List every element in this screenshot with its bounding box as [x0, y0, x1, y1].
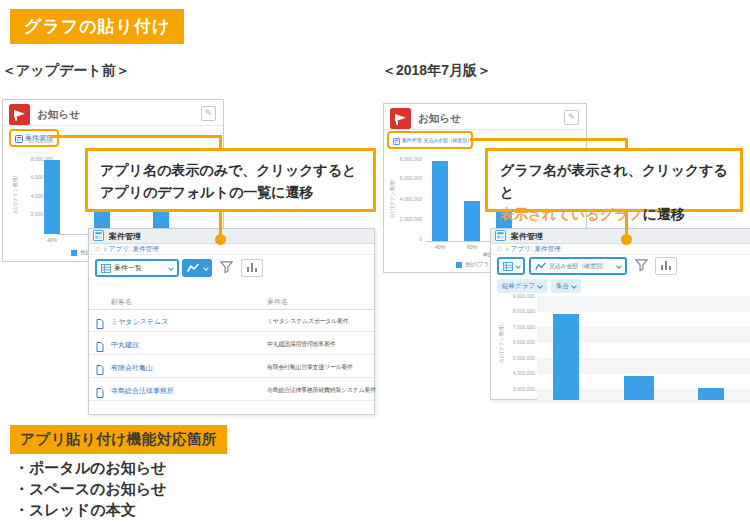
view-selector[interactable]: 案件一覧 [95, 259, 179, 277]
x-tick: 40% [428, 244, 452, 250]
customer-link[interactable]: ミヤタシステムズ [111, 317, 168, 327]
chevron-down-icon [571, 283, 577, 289]
home-icon[interactable]: ⌂ [497, 245, 502, 253]
y-tick: 3,000,000 [501, 386, 535, 392]
column-header-customer: 顧客名 [111, 297, 132, 307]
announcement-icon [390, 108, 411, 133]
y-tick: 0 [388, 236, 422, 242]
x-tick: 40% [40, 237, 64, 243]
record-icon[interactable] [96, 315, 104, 333]
y-tick: 4,000,000 [388, 196, 422, 202]
y-tick: 4,000,000 [501, 370, 535, 376]
case-name: 有限会社亀山営業支援ツール案件 [267, 363, 353, 372]
app-link-highlight: 案件管理 [9, 129, 59, 147]
callout-line1: アプリ名の表示のみで、クリックすると [100, 159, 361, 181]
x-tick: 60% [460, 244, 484, 250]
edit-icon[interactable]: ✎ [201, 106, 216, 121]
mini-app-icon [393, 131, 400, 149]
app-icon [495, 227, 506, 245]
filter-button[interactable] [220, 261, 233, 274]
grid-band [537, 296, 750, 312]
y-axis-label: 合計(プラン費用) [12, 176, 18, 215]
announcement-icon [9, 104, 30, 129]
connector-line [50, 135, 221, 138]
graph-link[interactable]: 案件管理: 見込み金額（確度別） [402, 137, 472, 143]
chevron-down-icon [515, 263, 521, 269]
footer-badge: アプリ貼り付け機能対応箇所 [10, 425, 227, 454]
callout-line2: アプリのデフォルトの一覧に遷移 [100, 181, 361, 203]
chart-button[interactable] [241, 259, 263, 277]
connector-dot [621, 234, 632, 245]
customer-link[interactable]: 有限会社亀山 [111, 363, 153, 373]
graph-menu-button[interactable] [182, 259, 212, 277]
footer-list-item: ・スレッドの本文 [14, 499, 166, 520]
filter-button[interactable] [635, 259, 648, 272]
record-icon[interactable] [96, 338, 104, 356]
customer-link[interactable]: 中丸建設 [111, 340, 139, 350]
breadcrumb-separator-icon [504, 247, 508, 251]
legend-swatch [71, 250, 77, 256]
footer-list-item: ・ポータルのお知らせ [14, 457, 166, 478]
home-icon[interactable]: ⌂ [95, 245, 100, 253]
chart-bar [698, 388, 724, 400]
callout-line2: 表示されているグラフに遷移 [500, 203, 728, 225]
breadcrumb-separator-icon [102, 247, 106, 251]
connector-dot [215, 234, 226, 245]
funnel-icon [220, 261, 233, 274]
y-tick: 9,000,000 [501, 293, 535, 299]
table-view-icon [503, 257, 513, 275]
chart-button[interactable] [655, 257, 677, 275]
y-tick: 8,000,000 [501, 308, 535, 314]
y-tick: 2,000,000 [388, 216, 422, 222]
graph-link-highlight: 案件管理: 見込み金額（確度別） [387, 131, 473, 149]
callout-before: アプリ名の表示のみで、クリックすると アプリのデフォルトの一覧に遷移 [85, 148, 376, 212]
grouping-dropdown[interactable]: 集合 [551, 279, 581, 293]
breadcrumb-link[interactable]: アプリ: 案件管理 [109, 245, 159, 254]
table-row[interactable]: 中丸建設 中丸建設採用管理改革案件 [89, 332, 374, 355]
chart-bar [44, 160, 60, 234]
breadcrumb-link[interactable]: アプリ: 案件管理 [511, 245, 561, 254]
y-tick: 6,000,000 [501, 339, 535, 345]
line-chart-icon [187, 263, 199, 273]
view-selector-compact[interactable] [497, 257, 525, 275]
app-window-list-view: 案件管理 ⌂ アプリ: 案件管理 案件一覧 顧客名 案件名 ミヤタシステムズ ミ… [88, 228, 375, 415]
app-link[interactable]: 案件管理 [25, 133, 53, 143]
notice-widget-header: お知らせ ✎ [3, 100, 223, 126]
column-header-case: 案件名 [267, 297, 288, 307]
app-icon [93, 227, 104, 245]
connector-line [470, 138, 627, 141]
table-view-icon [101, 259, 111, 277]
notice-widget-header: お知らせ ✎ [384, 104, 586, 130]
footer-list-item: ・スペースのお知らせ [14, 478, 166, 499]
legend-swatch [456, 262, 462, 268]
edit-icon[interactable]: ✎ [564, 110, 579, 125]
chart-bar [464, 201, 480, 241]
chart-type-dropdown[interactable]: 縦棒グラフ [497, 279, 547, 293]
chevron-down-icon [203, 265, 209, 271]
chevron-down-icon [537, 283, 543, 289]
chevron-down-icon [616, 263, 622, 269]
callout-after: グラフ名が表示され、クリックすると 表示されているグラフに遷移 [485, 148, 743, 212]
view-selector-label: 案件一覧 [114, 263, 142, 273]
line-chart-icon [535, 262, 546, 271]
app-title: 案件管理 [511, 231, 543, 242]
case-name: 中丸建設採用管理改革案件 [267, 340, 335, 349]
chart-type-label: 縦棒グラフ [502, 282, 535, 291]
before-section-label: ＜アップデート前＞ [2, 62, 130, 80]
breadcrumb: ⌂ アプリ: 案件管理 [491, 244, 750, 255]
graph-selector-label: 見込み金額（確度別） [549, 262, 607, 271]
table-row[interactable]: 有限会社亀山 有限会社亀山営業支援ツール案件 [89, 355, 374, 378]
graph-selector[interactable]: 見込み金額（確度別） [529, 257, 627, 275]
record-icon[interactable] [96, 384, 104, 402]
table-row[interactable]: 寺島総合法律事務所 寺島総合法律事務所経費精算システム案件 [89, 378, 374, 401]
notice-widget-title: お知らせ [37, 108, 80, 122]
y-tick: 6,000,000 [388, 175, 422, 181]
table-row[interactable]: ミヤタシステムズ ミヤタシステムズポータル案件 [89, 309, 374, 332]
chart-bar [553, 314, 579, 400]
after-section-label: ＜2018年7月版＞ [382, 62, 491, 80]
customer-link[interactable]: 寺島総合法律事務所 [111, 386, 174, 396]
case-name: 寺島総合法律事務所経費精算システム案件 [267, 386, 376, 395]
footer-list: ・ポータルのお知らせ ・スペースのお知らせ ・スレッドの本文 [14, 457, 166, 520]
record-icon[interactable] [96, 361, 104, 379]
y-tick: 8,000,000 [388, 156, 422, 162]
